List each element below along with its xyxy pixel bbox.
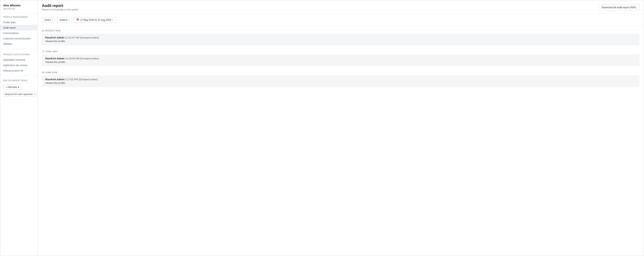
sidebar-item-audit-report[interactable]: Audit report <box>0 25 37 31</box>
date-group: 10 JUNE 2024PassFort Admin 2:17:02 PM (E… <box>42 71 639 87</box>
header-text: Audit report Record of all activity on t… <box>42 4 78 11</box>
profile-management-section: PROFILE MANAGEMENT Profile data Audit re… <box>0 13 37 47</box>
sidebar-item-affiliates[interactable]: Affiliates <box>0 41 37 47</box>
audit-content: 21 AUGUST 2024PassFort Admin 11:31:47 AM… <box>38 26 644 256</box>
sidebar-item-application-risk-scores[interactable]: Application risk scores <box>0 63 37 68</box>
audit-action: Viewed this profile. <box>45 40 636 43</box>
sidebar-item-profile-data[interactable]: Profile data <box>0 20 37 25</box>
due-diligence-label: DUE DILIGENCE TASKS <box>0 80 37 83</box>
audit-timestamp: 2:17:02 PM (Europe/London) <box>64 78 98 81</box>
date-label: 21 AUGUST 2024 <box>42 30 639 32</box>
sidebar: Alex Wheeler INDIVIDUAL PROFILE MANAGEME… <box>0 0 38 256</box>
audit-entry: PassFort Admin 11:31:47 AM (Europe/Londo… <box>42 34 639 45</box>
audit-entry-header: PassFort Admin 11:31:47 AM (Europe/Londo… <box>45 36 636 39</box>
filters-bar: Users ▾ Actions ▾ 📅 17 May 2024 to 21 Au… <box>38 14 644 26</box>
date-group: 21 AUGUST 2024PassFort Admin 11:31:47 AM… <box>42 30 639 45</box>
audit-actor: PassFort Admin <box>45 78 64 81</box>
add-task-button[interactable]: + Add task ▾ <box>3 85 22 90</box>
audit-timestamp: 12:23:42 PM (Europe/London) <box>64 57 99 60</box>
sidebar-item-conversations[interactable]: Conversations <box>0 31 37 36</box>
users-filter-label: Users <box>44 19 51 21</box>
audit-entry-header: PassFort Admin 2:17:02 PM (Europe/London… <box>45 78 636 81</box>
audit-entry-header: PassFort Admin 12:23:42 PM (Europe/Londo… <box>45 57 636 60</box>
date-label: 17 JUNE 2024 <box>42 50 639 53</box>
main-content: Audit report Record of all activity on t… <box>38 0 644 256</box>
sidebar-divider-1 <box>0 49 37 49</box>
main-header: Audit report Record of all activity on t… <box>38 0 644 14</box>
audit-actor: PassFort Admin <box>45 36 64 39</box>
actions-filter-label: Actions <box>60 19 68 21</box>
product-applications-section: PRODUCT APPLICATIONS Application overvie… <box>0 51 37 74</box>
sidebar-user-header: Alex Wheeler INDIVIDUAL <box>0 0 37 13</box>
user-name: Alex Wheeler <box>3 4 34 7</box>
date-group: 17 JUNE 2024PassFort Admin 12:23:42 PM (… <box>42 50 639 66</box>
audit-action: Viewed this profile. <box>45 82 636 84</box>
actions-filter-button[interactable]: Actions ▾ <box>57 17 72 23</box>
date-range-chevron-icon: ▾ <box>112 19 113 21</box>
download-report-button[interactable]: Download full audit report (PDF) <box>598 4 639 11</box>
product-applications-label: PRODUCT APPLICATIONS <box>0 54 37 57</box>
users-filter-button[interactable]: Users ▾ <box>42 17 55 23</box>
audit-entry: PassFort Admin 2:17:02 PM (Europe/London… <box>42 75 639 87</box>
audit-action: Viewed this profile. <box>45 61 636 64</box>
audit-entry: PassFort Admin 12:23:42 PM (Europe/Londo… <box>42 55 639 66</box>
add-task-chevron-icon: ▾ <box>18 86 19 88</box>
sidebar-item-customer-communication[interactable]: Customer communication <box>0 36 37 41</box>
due-diligence-section: DUE DILIGENCE TASKS + Add task ▾ Require… <box>0 77 37 98</box>
audit-actor: PassFort Admin <box>45 57 64 60</box>
date-label: 10 JUNE 2024 <box>42 71 639 74</box>
sidebar-item-default-product[interactable]: Default product 36 <box>0 68 37 73</box>
sidebar-item-application-overview[interactable]: Application overview <box>0 57 37 63</box>
required-open-select-wrapper: Required for open applications (0) <box>0 91 37 97</box>
calendar-icon: 📅 <box>76 19 79 21</box>
user-type: INDIVIDUAL <box>3 8 34 10</box>
date-range-filter-button[interactable]: 📅 17 May 2024 to 21 Aug 2024 ▾ <box>74 17 116 23</box>
audit-timestamp: 11:31:47 AM (Europe/London) <box>64 36 99 39</box>
sidebar-divider-2 <box>0 76 37 76</box>
required-open-select[interactable]: Required for open applications (0) <box>3 92 34 97</box>
add-task-label: + Add task <box>6 86 17 88</box>
users-chevron-icon: ▾ <box>52 19 53 21</box>
page-subtitle: Record of all activity on the profile <box>42 8 78 11</box>
actions-chevron-icon: ▾ <box>68 19 70 21</box>
page-title: Audit report <box>42 4 78 8</box>
profile-management-label: PROFILE MANAGEMENT <box>0 16 37 20</box>
date-range-label: 17 May 2024 to 21 Aug 2024 <box>80 19 111 21</box>
